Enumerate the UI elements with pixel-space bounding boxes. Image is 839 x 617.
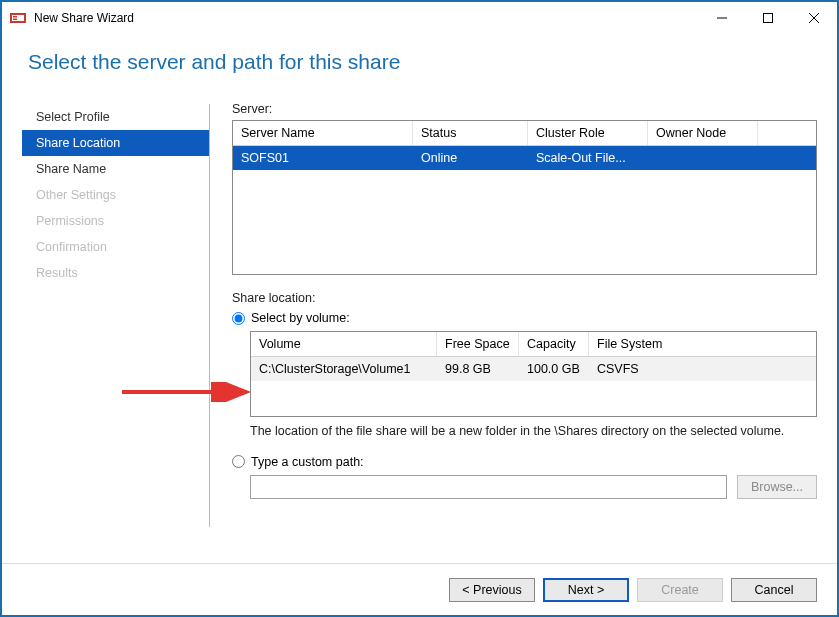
custom-path-input[interactable] <box>250 475 727 499</box>
step-share-location[interactable]: Share Location <box>22 130 209 156</box>
maximize-button[interactable] <box>745 2 791 34</box>
step-other-settings: Other Settings <box>22 182 209 208</box>
svg-rect-3 <box>13 19 17 21</box>
window-controls <box>699 2 837 34</box>
svg-rect-1 <box>12 15 24 21</box>
server-table-header: Server Name Status Cluster Role Owner No… <box>233 121 816 146</box>
volume-table[interactable]: Volume Free Space Capacity File System C… <box>250 331 817 417</box>
radio-custom-path-input[interactable] <box>232 455 245 468</box>
col-capacity[interactable]: Capacity <box>519 332 589 356</box>
col-cluster-role[interactable]: Cluster Role <box>528 121 648 145</box>
cell-cluster-role: Scale-Out File... <box>528 146 648 170</box>
step-select-profile[interactable]: Select Profile <box>22 104 209 130</box>
server-table[interactable]: Server Name Status Cluster Role Owner No… <box>232 120 817 275</box>
cell-capacity: 100.0 GB <box>519 357 589 381</box>
col-owner-node[interactable]: Owner Node <box>648 121 758 145</box>
server-label: Server: <box>232 102 817 116</box>
col-spacer <box>758 121 816 145</box>
server-row[interactable]: SOFS01 Online Scale-Out File... <box>233 146 816 170</box>
step-share-name[interactable]: Share Name <box>22 156 209 182</box>
col-server-name[interactable]: Server Name <box>233 121 413 145</box>
col-status[interactable]: Status <box>413 121 528 145</box>
cancel-button[interactable]: Cancel <box>731 578 817 602</box>
volume-row[interactable]: C:\ClusterStorage\Volume1 99.8 GB 100.0 … <box>251 357 816 381</box>
radio-select-by-volume-input[interactable] <box>232 312 245 325</box>
main-panel: Server: Server Name Status Cluster Role … <box>210 98 817 533</box>
create-button: Create <box>637 578 723 602</box>
col-file-system[interactable]: File System <box>589 332 816 356</box>
wizard-sidebar: Select Profile Share Location Share Name… <box>22 98 210 533</box>
volume-table-header: Volume Free Space Capacity File System <box>251 332 816 357</box>
close-button[interactable] <box>791 2 837 34</box>
col-free-space[interactable]: Free Space <box>437 332 519 356</box>
minimize-button[interactable] <box>699 2 745 34</box>
previous-button[interactable]: < Previous <box>449 578 535 602</box>
titlebar: New Share Wizard <box>2 2 837 34</box>
cell-free-space: 99.8 GB <box>437 357 519 381</box>
browse-button: Browse... <box>737 475 817 499</box>
cell-status: Online <box>413 146 528 170</box>
col-volume[interactable]: Volume <box>251 332 437 356</box>
radio-select-by-volume-label: Select by volume: <box>251 311 350 325</box>
step-permissions: Permissions <box>22 208 209 234</box>
next-button[interactable]: Next > <box>543 578 629 602</box>
step-confirmation: Confirmation <box>22 234 209 260</box>
svg-rect-5 <box>764 14 773 23</box>
cell-volume: C:\ClusterStorage\Volume1 <box>251 357 437 381</box>
svg-rect-2 <box>13 16 17 18</box>
cell-owner-node <box>648 146 758 170</box>
radio-custom-path[interactable]: Type a custom path: <box>232 455 817 469</box>
radio-custom-path-label: Type a custom path: <box>251 455 364 469</box>
cell-server-name: SOFS01 <box>233 146 413 170</box>
page-title: Select the server and path for this shar… <box>2 34 837 98</box>
cell-file-system: CSVFS <box>589 357 816 381</box>
share-location-label: Share location: <box>232 291 817 305</box>
volume-hint: The location of the file share will be a… <box>250 423 817 441</box>
footer: < Previous Next > Create Cancel <box>2 563 837 615</box>
window-title: New Share Wizard <box>34 11 699 25</box>
app-icon <box>10 10 26 26</box>
radio-select-by-volume[interactable]: Select by volume: <box>232 311 817 325</box>
step-results: Results <box>22 260 209 286</box>
